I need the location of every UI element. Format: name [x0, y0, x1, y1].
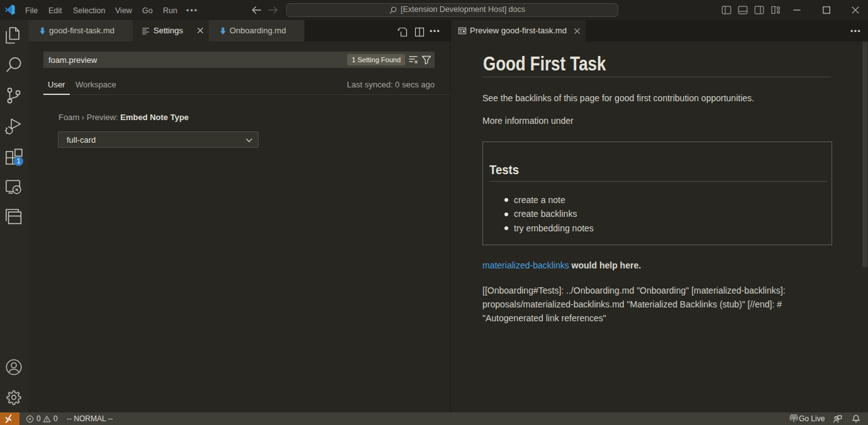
svg-text:1: 1 [17, 158, 21, 165]
